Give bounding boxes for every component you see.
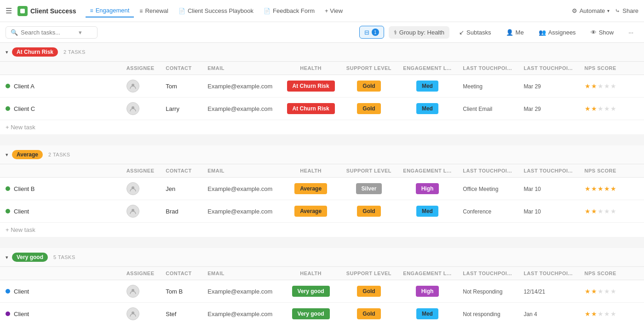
task-count-average: 2 TASKS — [48, 152, 70, 157]
health-badge: At Churn Risk — [287, 103, 335, 114]
health-badge: Very good — [292, 308, 330, 319]
show-button[interactable]: 👁 Show — [586, 26, 619, 39]
assignee-avatar — [126, 80, 139, 92]
section-header-churn: ▾ At Churn Risk 2 TASKS — [0, 43, 644, 62]
nav-tabs: ≡ Engagement ≡ Renewal 📄 Client Success … — [86, 4, 570, 17]
nps-stars: ★★★★★ — [585, 288, 639, 295]
engagement-badge: High — [416, 183, 439, 194]
new-task-row-churn[interactable]: + New task — [0, 120, 644, 135]
section-chevron-churn[interactable]: ▾ — [6, 49, 8, 55]
section-badge-average: Average — [12, 150, 43, 159]
col-nps: NPS SCORE — [579, 267, 644, 280]
star-1: ★ — [585, 185, 591, 192]
nps-stars: ★★★★★ — [585, 105, 639, 112]
touchpoint-date: 12/14/21 — [523, 288, 545, 295]
assignee-avatar — [126, 205, 139, 218]
col-touchpoint2: LAST TOUCHPOI... — [518, 267, 579, 280]
col-support: SUPPORT LEVEL — [340, 267, 397, 280]
star-2: ★ — [591, 310, 597, 317]
star-5: ★ — [610, 185, 616, 192]
support-badge: Gold — [357, 81, 380, 92]
toolbar-right: ⊟ 1 ⚕ Group by: Health ↙ Subtasks 👤 Me 👥… — [359, 26, 638, 39]
star-3: ★ — [598, 105, 604, 112]
touchpoint-text: Conference — [463, 208, 491, 215]
engagement-badge: Med — [416, 308, 438, 319]
group-by-button[interactable]: ⚕ Group by: Health — [389, 26, 449, 39]
section-chevron-average[interactable]: ▾ — [6, 152, 8, 158]
contact-name: Stef — [166, 311, 176, 317]
engagement-badge: Med — [416, 103, 438, 114]
star-4: ★ — [604, 105, 610, 112]
filter-count: 1 — [372, 29, 379, 36]
touchpoint-text: Client Email — [463, 106, 492, 112]
tab-feedback[interactable]: 📄 Feedback Form — [259, 5, 319, 17]
col-nps: NPS SCORE — [579, 62, 644, 75]
email-address: Example@example.com — [207, 185, 272, 192]
more-button[interactable]: ··· — [623, 26, 638, 39]
col-assignee: ASSIGNEE — [121, 62, 161, 75]
health-badge: Very good — [292, 286, 330, 297]
touchpoint-date: Mar 29 — [523, 106, 540, 112]
star-2: ★ — [591, 105, 597, 112]
filter-button[interactable]: ⊟ 1 — [359, 26, 384, 39]
contact-name: Tom — [166, 83, 177, 90]
new-task-label[interactable]: + New task — [6, 124, 35, 131]
support-badge: Gold — [357, 103, 380, 114]
col-assignee: ASSIGNEE — [121, 164, 161, 178]
filter-icon: ⊟ — [364, 29, 369, 36]
automate-button[interactable]: ⚙ Automate ▾ — [572, 7, 610, 14]
star-3: ★ — [598, 310, 604, 317]
section-badge-verygood: Very good — [12, 253, 48, 262]
star-2: ★ — [591, 185, 597, 192]
star-1: ★ — [585, 208, 591, 215]
new-task-label[interactable]: + New task — [6, 226, 35, 233]
me-icon: 👤 — [506, 29, 513, 36]
task-dot — [6, 106, 10, 111]
table-row: Client C Larry Example@example.com At Ch… — [0, 98, 644, 120]
contact-name: Larry — [166, 105, 179, 112]
share-button[interactable]: ⤷ Share — [615, 7, 638, 14]
col-touchpoint1: LAST TOUCHPOI... — [457, 62, 518, 75]
col-touchpoint1: LAST TOUCHPOI... — [457, 267, 518, 280]
touchpoint-text: Office Meeting — [463, 186, 498, 192]
star-3: ★ — [598, 82, 604, 90]
col-email: EMAIL — [202, 267, 281, 280]
search-dropdown-icon[interactable]: ▾ — [79, 29, 82, 36]
tab-renewal[interactable]: ≡ Renewal — [135, 5, 173, 17]
col-touchpoint1: LAST TOUCHPOI... — [457, 164, 518, 178]
main-table: ▾ At Churn Risk 2 TASKS ASSIGNEE CONTACT… — [0, 43, 644, 323]
search-input[interactable] — [21, 29, 76, 36]
contact-name: Jen — [166, 185, 175, 192]
support-badge: Gold — [357, 206, 380, 217]
star-2: ★ — [591, 288, 597, 295]
star-2: ★ — [591, 82, 597, 90]
task-label: Client — [14, 311, 29, 317]
star-5: ★ — [610, 288, 616, 295]
tab-playbook[interactable]: 📄 Client Success Playbook — [174, 5, 258, 17]
add-view-button[interactable]: + View — [320, 5, 347, 17]
section-badge-churn: At Churn Risk — [12, 47, 58, 57]
task-label: Client A — [14, 83, 34, 90]
assignees-button[interactable]: 👥 Assignees — [534, 26, 581, 39]
new-task-row-average[interactable]: + New task — [0, 223, 644, 237]
task-name: Client — [6, 311, 115, 317]
tab-engagement[interactable]: ≡ Engagement — [86, 4, 134, 17]
me-button[interactable]: 👤 Me — [501, 26, 529, 39]
search-icon: 🔍 — [11, 29, 18, 36]
subtasks-button[interactable]: ↙ Subtasks — [454, 26, 496, 39]
col-health: HEALTH — [281, 62, 340, 75]
col-email: EMAIL — [202, 164, 281, 178]
touchpoint-text: Not responding — [463, 311, 500, 317]
section-spacer — [0, 237, 644, 248]
section-chevron-verygood[interactable]: ▾ — [6, 254, 8, 260]
task-dot — [6, 186, 10, 191]
col-support: SUPPORT LEVEL — [340, 164, 397, 178]
col-contact: CONTACT — [160, 164, 202, 178]
search-box[interactable]: 🔍 ▾ — [6, 26, 98, 39]
menu-icon[interactable]: ☰ — [6, 6, 12, 15]
task-dot — [6, 209, 10, 213]
email-address: Example@example.com — [207, 105, 272, 112]
toolbar: 🔍 ▾ ⊟ 1 ⚕ Group by: Health ↙ Subtasks 👤 … — [0, 22, 644, 43]
task-name: Client B — [6, 185, 115, 192]
table-row: Client B Jen Example@example.com Average… — [0, 178, 644, 200]
